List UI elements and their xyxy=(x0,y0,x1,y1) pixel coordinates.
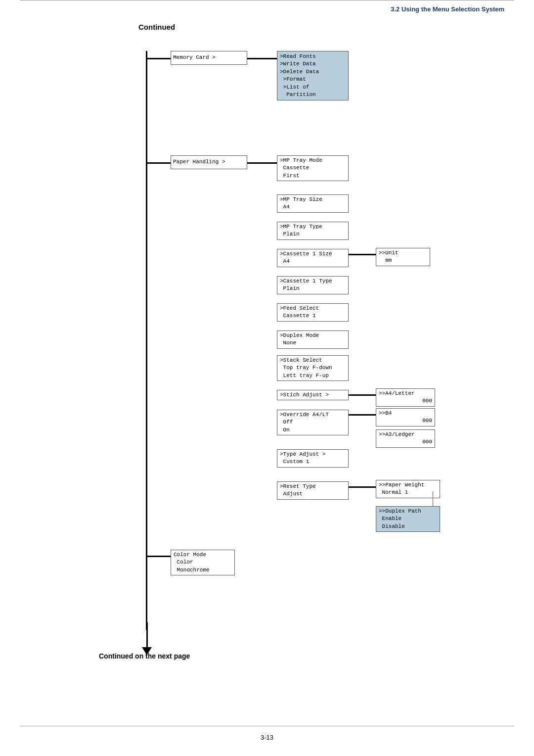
stack-select-box: >Stack Select Top tray F-down Lett tray … xyxy=(277,355,349,381)
bottom-border xyxy=(20,726,514,726)
paper-weight-box: >>Paper Weight Normal 1 xyxy=(376,480,440,498)
section-title: 3.2 Using the Menu Selection System xyxy=(391,5,504,13)
type-adjust-box: >Type Adjust > Custom 1 xyxy=(277,449,349,468)
content-area: Continued Memory Card > >Read Fonts >Wri… xyxy=(0,13,534,669)
duplex-mode-box: >Duplex Mode None xyxy=(277,331,349,349)
stich-adjust-box: >Stich Adjust > xyxy=(277,390,349,400)
h-line-cassette-unit xyxy=(349,254,376,255)
diagram: Memory Card > >Read Fonts >Write Data >D… xyxy=(59,36,504,669)
override-a4lt-box: >Override A4/LT Off On xyxy=(277,410,349,435)
header: 3.2 Using the Menu Selection System xyxy=(0,0,534,13)
arrow-down xyxy=(142,622,152,655)
duplex-path-box: >>Duplex Path Enable Disable xyxy=(376,506,440,532)
memory-card-box: Memory Card > xyxy=(171,51,247,65)
a3-ledger-box: >>A3/Ledger 000 xyxy=(376,429,435,448)
page-container: 3.2 Using the Menu Selection System Cont… xyxy=(0,0,534,756)
continued-next-label: Continued on the next page xyxy=(99,652,190,660)
h-line-ph-submenu xyxy=(247,162,277,164)
reset-type-box: >Reset Type Adjust xyxy=(277,481,349,500)
h-line-reset-pw xyxy=(349,486,376,488)
continued-label: Continued xyxy=(138,23,504,31)
mp-tray-type-box: >MP Tray Type Plain xyxy=(277,222,349,240)
b4-box: >>B4 000 xyxy=(376,408,435,426)
h-line-memory-card xyxy=(146,58,171,59)
feed-select-box: >Feed Select Cassette 1 xyxy=(277,303,349,322)
unit-box: >>Unit mm xyxy=(376,248,430,266)
mp-tray-size-box: >MP Tray Size A4 xyxy=(277,194,349,213)
v-line-pw-dp xyxy=(433,491,433,506)
main-vertical-line xyxy=(146,51,147,630)
mp-tray-mode-box: >MP Tray Mode Cassette First xyxy=(277,155,349,181)
cassette1-type-box: >Cassette 1 Type Plain xyxy=(277,276,349,294)
a4-letter-box: >>A4/Letter 000 xyxy=(376,388,435,407)
h-line-color-mode xyxy=(146,556,171,557)
cassette1-size-box: >Cassette 1 Size A4 xyxy=(277,249,349,267)
h-line-override-b4 xyxy=(349,414,376,416)
h-line-stich-a4 xyxy=(349,394,376,396)
memory-card-submenu: >Read Fonts >Write Data >Delete Data >Fo… xyxy=(277,51,349,100)
h-line-paper-handling xyxy=(146,162,171,164)
color-mode-box: Color Mode Color Monochrome xyxy=(171,550,235,575)
page-number: 3-13 xyxy=(261,734,273,741)
h-line-memory-submenu xyxy=(247,58,277,59)
paper-handling-box: Paper Handling > xyxy=(171,155,247,169)
